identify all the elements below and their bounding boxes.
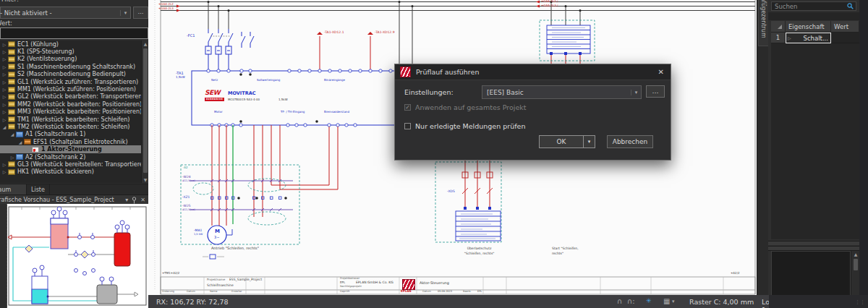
tb-projektname: ESS_Sample_Project: [229, 278, 262, 282]
filter-dropdown[interactable]: - Nicht aktiviert - ▾: [0, 7, 131, 19]
tree-item-label: MM3 (Werkstück bearbeiten: Positionieren…: [17, 108, 141, 115]
tree-item[interactable]: ▷K1 (SPS-Steuerung): [0, 48, 141, 55]
value-preview-box[interactable]: [771, 251, 851, 299]
cabinet-icon: [8, 41, 15, 47]
search-input[interactable]: Suchen: [771, 1, 856, 11]
close-icon[interactable]: ✕: [140, 197, 145, 203]
tree-scroll-thumb[interactable]: [143, 48, 148, 173]
bus-label-right-l2: +GAA-2L2 /: [541, 0, 558, 3]
checkbox-erledigte-meldungen[interactable]: Nur erledigte Meldungen prüfen: [404, 122, 525, 130]
snap-toggle-icon[interactable]: ∩:: [627, 297, 635, 305]
pin-icon[interactable]: [132, 197, 137, 204]
collapsed-icon[interactable]: ▷: [1, 72, 7, 77]
tab-baum[interactable]: Baum: [0, 184, 27, 194]
collapsed-icon[interactable]: ▷: [1, 162, 7, 167]
wert-input[interactable]: [0, 27, 148, 39]
tree-item[interactable]: ▷MM2 (Werkstück bearbeiten: Positioniere…: [0, 100, 141, 108]
raster-indicator[interactable]: Raster C: 4,00 mm: [689, 298, 754, 306]
tab-einfuegezentrum[interactable]: Einfügezentrum: [758, 0, 769, 46]
dialog-title-bar[interactable]: Prüflauf ausführen ✕: [395, 64, 671, 80]
caption-ueberlast-2: "Schleifen, rechts": [445, 252, 514, 256]
search-icon[interactable]: [847, 3, 854, 9]
collapsed-icon[interactable]: ▷: [1, 56, 7, 61]
cabinet-icon: [8, 56, 15, 62]
grid-dropdown-icon[interactable]: ▾: [672, 299, 675, 304]
tree-item[interactable]: ▷GL3 (Werkstück bereitstellen: Transport…: [0, 161, 141, 168]
checkbox-unchecked-icon[interactable]: [404, 123, 411, 129]
settings-dropdown[interactable]: [EES] Basic ▾: [482, 85, 642, 99]
eplan-dialog-icon: [400, 67, 411, 77]
cabinet-icon: [8, 87, 15, 93]
tree-item[interactable]: ▷HK1 (Werkstück lackieren): [0, 168, 141, 176]
preview-diagram[interactable]: [7, 204, 148, 308]
tb-datum-value: 05.09.2023: [438, 291, 452, 294]
tree-item[interactable]: ◢A1 (Schaltschrank 1): [0, 131, 141, 138]
tree-item[interactable]: ▷GL2 (Werkstück bearbeiten: Transportier…: [0, 93, 141, 100]
expanded-icon[interactable]: ◢: [1, 124, 7, 129]
close-icon[interactable]: ✕: [658, 68, 664, 76]
expanded-icon[interactable]: ◢: [9, 132, 15, 137]
collapsed-icon[interactable]: ▷: [1, 42, 7, 47]
tree-item-label: GL2 (Werkstück bearbeiten: Transportiere…: [17, 93, 141, 100]
snowflake-icon[interactable]: ✳: [646, 297, 652, 304]
tree-item[interactable]: ▷S2 (Maschinenbedienung Bedienpult): [0, 71, 141, 78]
expanded-icon[interactable]: ◢: [17, 140, 23, 145]
column-wert[interactable]: Wert: [831, 21, 859, 33]
section-binaer: Binäreingänge: [324, 79, 345, 82]
settings-more-button[interactable]: …: [646, 85, 665, 98]
tree-item[interactable]: ◢TM2 (Werkstück bearbeiten: Schleifen): [0, 123, 141, 130]
plan-icon: [24, 139, 31, 145]
tree-item[interactable]: ▷MM3 (Werkstück bearbeiten: Positioniere…: [0, 108, 141, 116]
collapsed-icon[interactable]: ▷: [9, 155, 15, 160]
property-cell[interactable]: ▷ Schalt...: [786, 33, 831, 43]
value-cell[interactable]: [831, 33, 859, 43]
tree-item[interactable]: ▷TM1 (Werkstück bearbeiten: Schleifen): [0, 116, 141, 123]
caption-ueberlast-1: Überlastschutz: [445, 247, 514, 251]
tree-item[interactable]: 1 Aktor-Steuerung: [0, 145, 141, 153]
collapsed-icon[interactable]: ▷: [1, 117, 7, 122]
ok-split-button[interactable]: OK ▾: [539, 135, 595, 148]
ok-dropdown-icon[interactable]: ▾: [584, 135, 595, 148]
panel-splitter-2[interactable]: [768, 246, 859, 251]
eplan-application-window: Filter: - Nicht aktiviert - ▾ … Wert: ▷E…: [0, 0, 868, 308]
ok-button[interactable]: OK: [539, 135, 584, 148]
tree-item[interactable]: ▷GL1 (Werkstück zuführen: Transportieren…: [0, 78, 141, 85]
tree-item[interactable]: ▷A2 (Schaltschrank 2): [0, 153, 141, 161]
model-label: MC07B0015-5A3-4-00: [228, 98, 260, 101]
tree-item[interactable]: ▷EC1 (Kühlung): [0, 40, 141, 48]
tree-item[interactable]: ◢EFS1 (Schaltplan Elektrotechnik): [0, 138, 141, 145]
filter-more-button[interactable]: …: [133, 7, 148, 19]
chevron-down-icon[interactable]: ▾: [631, 90, 641, 95]
chevron-down-icon[interactable]: ▾: [125, 197, 128, 203]
snap-icon[interactable]: ∩: [617, 297, 622, 305]
tree-item[interactable]: ▷S1 (Maschinenbedienung Schaltschrank): [0, 63, 141, 70]
panel-splitter[interactable]: [768, 241, 859, 245]
collapsed-icon[interactable]: ▷: [1, 64, 7, 69]
collapsed-icon[interactable]: ▷: [1, 87, 7, 92]
checkbox-gesamtes-projekt[interactable]: ✓ Anwenden auf gesamtes Projekt: [404, 103, 527, 111]
collapsed-icon[interactable]: ▷: [1, 169, 7, 174]
collapsed-icon[interactable]: ▷: [1, 94, 7, 99]
caption-start-1: Start "Schleifen,: [552, 247, 579, 251]
collapsed-icon[interactable]: ▷: [1, 109, 7, 114]
tree-item[interactable]: ▷K2 (Ventilsteuerung): [0, 56, 141, 63]
select-all-corner[interactable]: [771, 21, 786, 33]
preview-dock-rail: [0, 204, 7, 308]
tab-liste-label: Liste: [31, 187, 45, 193]
collapsed-icon[interactable]: ▷: [1, 49, 7, 54]
grid-icon[interactable]: ▦: [663, 297, 670, 305]
property-row[interactable]: 1 ▷ Schalt...: [771, 33, 859, 43]
tree-item-label: EFS1 (Schaltplan Elektrotechnik): [33, 139, 128, 145]
caption-start-2: rechts": [552, 252, 563, 256]
cancel-button[interactable]: Abbrechen: [607, 135, 653, 148]
ta1-power-label: 1,5kW: [176, 76, 185, 79]
column-eigenschaft[interactable]: Eigenschaft: [786, 21, 831, 33]
tab-liste[interactable]: Liste: [27, 184, 50, 194]
collapsed-icon[interactable]: ▷: [1, 102, 7, 107]
preview-scroll-thumb[interactable]: [854, 259, 858, 270]
tree-item[interactable]: ▷MM1 (Werkstück zuführen: Positionieren): [0, 85, 141, 93]
chevron-down-icon[interactable]: ▾: [120, 10, 130, 16]
checkbox-checked-icon[interactable]: ✓: [404, 104, 411, 111]
collapsed-icon[interactable]: ▷: [1, 80, 7, 85]
tree-item-label: A2 (Schaltschrank 2): [25, 154, 85, 161]
